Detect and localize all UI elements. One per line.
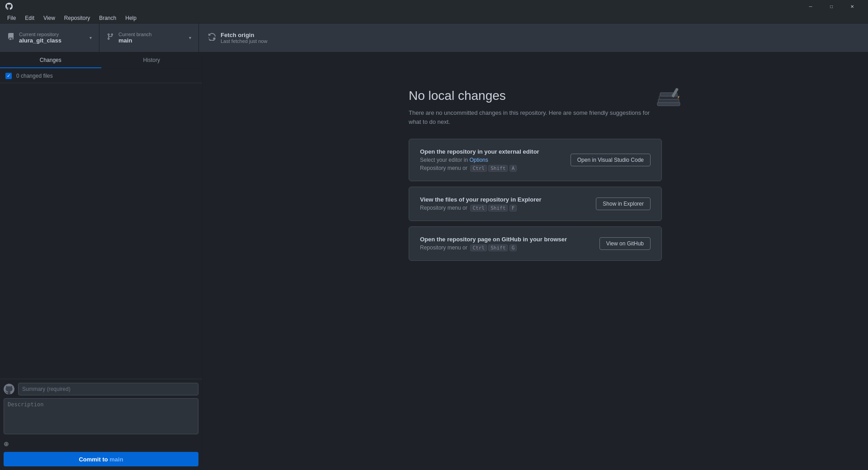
show-in-explorer-button[interactable]: Show in Explorer [596, 197, 651, 210]
action-show-explorer-title: View the files of your repository in Exp… [420, 196, 587, 203]
action-view-github-shortcut: Repository menu or Ctrl Shift G [420, 244, 590, 251]
tab-changes[interactable]: Changes [0, 52, 101, 68]
action-card-view-github: Open the repository page on GitHub in yo… [409, 226, 662, 261]
repo-icon [7, 33, 14, 42]
main-layout: Changes History 0 changed files [0, 52, 868, 470]
action-view-github-title: Open the repository page on GitHub in yo… [420, 236, 590, 243]
toolbar: Current repository alura_git_class ▾ Cur… [0, 24, 868, 52]
avatar [4, 384, 14, 395]
title-bar: ─ □ ✕ [0, 0, 868, 13]
action-open-editor-desc: Select your editor in Options [420, 157, 561, 163]
current-repo-label: Current repository [19, 32, 61, 37]
action-open-editor-shortcut: Repository menu or Ctrl Shift A [420, 165, 561, 172]
action-card-open-editor: Open the repository in your external edi… [409, 139, 662, 181]
commit-area: ⊕ Commit to main [0, 379, 202, 470]
menu-repository[interactable]: Repository [61, 14, 94, 22]
menu-edit[interactable]: Edit [21, 14, 38, 22]
commit-button[interactable]: Commit to main [4, 452, 198, 466]
tab-history[interactable]: History [101, 52, 203, 68]
illustration [653, 84, 689, 122]
fetch-label: Fetch origin [221, 32, 267, 38]
menu-file[interactable]: File [4, 14, 19, 22]
close-button[interactable]: ✕ [842, 0, 863, 13]
title-bar-controls: ─ □ ✕ [800, 0, 863, 13]
view-on-github-button[interactable]: View on GitHub [599, 237, 651, 250]
sidebar: Changes History 0 changed files [0, 52, 203, 470]
action-show-explorer-shortcut: Repository menu or Ctrl Shift F [420, 205, 587, 212]
branch-chevron-icon: ▾ [189, 35, 191, 40]
action-open-editor-title: Open the repository in your external edi… [420, 148, 561, 155]
no-changes-container: No local changes There ar [409, 89, 662, 266]
repo-chevron-icon: ▾ [90, 35, 92, 40]
action-card-open-editor-text: Open the repository in your external edi… [420, 148, 561, 172]
maximize-button[interactable]: □ [821, 0, 842, 13]
menu-branch[interactable]: Branch [95, 14, 120, 22]
add-coauthor-icon: ⊕ [4, 440, 9, 447]
action-card-show-explorer: View the files of your repository in Exp… [409, 187, 662, 221]
current-repo-section[interactable]: Current repository alura_git_class ▾ [0, 24, 99, 52]
current-branch-section[interactable]: Current branch main ▾ [99, 24, 199, 52]
options-link[interactable]: Options [469, 157, 488, 163]
no-changes-title: No local changes [409, 89, 506, 103]
current-branch-label: Current branch [118, 32, 151, 37]
menu-view[interactable]: View [40, 14, 59, 22]
commit-summary-row [4, 383, 198, 395]
minimize-button[interactable]: ─ [800, 0, 821, 13]
main-content: No local changes There ar [203, 52, 868, 470]
no-changes-header: No local changes [409, 89, 662, 103]
sidebar-file-list [0, 83, 202, 379]
fetch-text: Fetch origin Last fetched just now [221, 32, 267, 44]
open-in-vscode-button[interactable]: Open in Visual Studio Code [571, 154, 651, 166]
current-repo-value: alura_git_class [19, 37, 61, 44]
menu-bar: File Edit View Repository Branch Help [0, 13, 868, 24]
commit-description-input[interactable] [4, 398, 198, 434]
action-card-show-explorer-text: View the files of your repository in Exp… [420, 196, 587, 212]
select-all-checkbox[interactable] [5, 73, 12, 79]
branch-icon [107, 33, 114, 42]
fetch-origin-section[interactable]: Fetch origin Last fetched just now [199, 24, 276, 52]
current-branch-text: Current branch main [118, 32, 151, 44]
title-bar-left [5, 3, 13, 10]
changed-files-row: 0 changed files [0, 69, 202, 83]
no-changes-subtitle: There are no uncommitted changes in this… [409, 108, 662, 126]
menu-help[interactable]: Help [122, 14, 140, 22]
add-coauthor-button[interactable]: ⊕ [4, 438, 198, 449]
fetch-icon [208, 33, 216, 43]
fetch-sublabel: Last fetched just now [221, 38, 267, 44]
commit-summary-input[interactable] [18, 383, 198, 395]
action-card-view-github-text: Open the repository page on GitHub in yo… [420, 236, 590, 251]
current-repo-text: Current repository alura_git_class [19, 32, 61, 44]
github-logo-icon [5, 3, 13, 10]
sidebar-tabs: Changes History [0, 52, 202, 69]
changed-files-count: 0 changed files [16, 73, 53, 79]
current-branch-value: main [118, 37, 151, 44]
